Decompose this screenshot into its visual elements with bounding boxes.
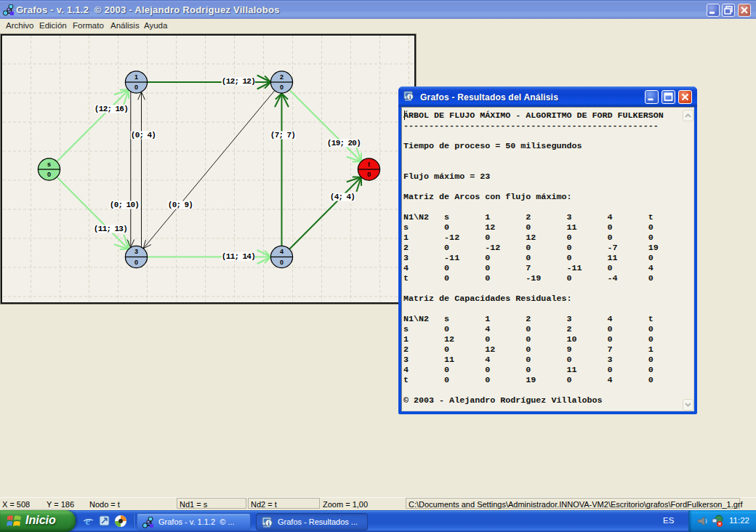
svg-text:0: 0: [367, 171, 371, 178]
svg-text:1: 1: [134, 73, 138, 81]
svg-text:0: 0: [280, 259, 284, 266]
svg-text:t: t: [368, 161, 370, 168]
svg-text:4: 4: [280, 248, 284, 255]
svg-text:0: 0: [280, 84, 284, 91]
svg-text:0: 0: [47, 171, 51, 178]
svg-text:e: e: [85, 515, 90, 527]
svg-text:2: 2: [280, 73, 284, 81]
svg-text:s: s: [47, 161, 51, 168]
svg-text:3: 3: [134, 248, 138, 255]
svg-text:0: 0: [134, 84, 138, 91]
svg-text:0: 0: [134, 259, 138, 266]
